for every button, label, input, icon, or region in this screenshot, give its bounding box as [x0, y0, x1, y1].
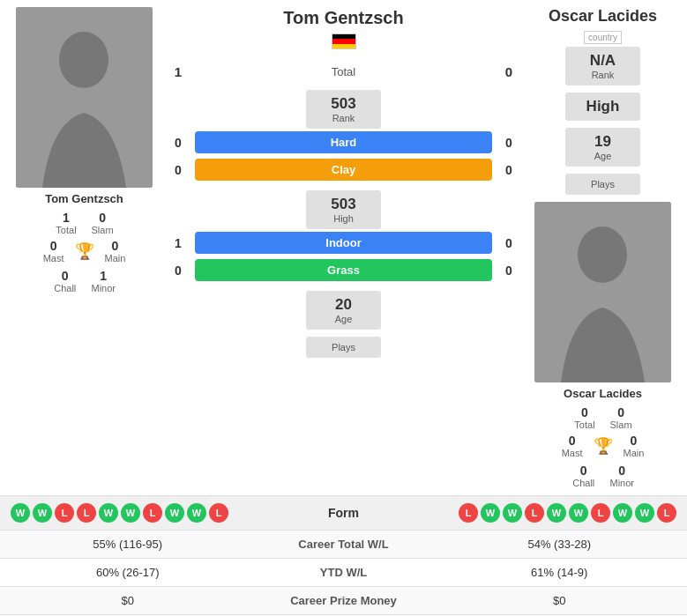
career-total-right: 54% (33-28): [432, 538, 688, 551]
clay-compare-row: 0 Clay 0: [168, 159, 519, 181]
clay-right-score: 0: [499, 163, 519, 177]
left-slam-value: 0: [92, 211, 114, 225]
right-slam-label: Slam: [610, 419, 632, 430]
center-col: Tom Gentzsch 1 Total 0 503 Rank 0 Hard 0: [168, 7, 519, 488]
center-high-label: High: [318, 213, 369, 224]
form-badge-w: W: [165, 503, 184, 523]
left-player-col: Tom Gentzsch 1 Total 0 Slam 0 Mast 🏆: [7, 7, 161, 488]
career-prize-left: $0: [0, 594, 256, 607]
grass-compare-row: 0 Grass 0: [168, 259, 519, 281]
grass-left-score: 0: [168, 263, 188, 278]
ytd-wl-label: YTD W/L: [256, 566, 432, 579]
form-section: WWLLWWLWWL Form LWWLWWLWWL: [0, 495, 687, 530]
right-minor-stat: 0 Minor: [610, 464, 635, 488]
right-rank-label: Rank: [578, 70, 628, 80]
form-badge-w: W: [503, 503, 522, 523]
right-minor-value: 0: [610, 464, 635, 478]
total-compare-row: 1 Total 0: [168, 64, 519, 79]
svg-point-1: [59, 32, 108, 88]
left-main-value: 0: [105, 239, 126, 253]
right-info-col: N/A Rank High 19 Age Plays: [565, 47, 640, 195]
center-rank-label: Rank: [318, 113, 369, 123]
left-main-label: Main: [105, 253, 126, 263]
right-plays-box: Plays: [565, 174, 640, 195]
left-chall-value: 0: [53, 269, 78, 283]
center-rank-value: 503: [318, 95, 369, 113]
form-badge-l: L: [591, 503, 610, 523]
right-trophy-icon: 🏆: [594, 436, 613, 456]
center-name-text: Tom Gentzsch: [283, 8, 403, 27]
main-container: Tom Gentzsch 1 Total 0 Slam 0 Mast 🏆: [0, 0, 687, 616]
svg-point-3: [578, 226, 627, 283]
right-mast-label: Mast: [562, 448, 583, 458]
right-form-badges: LWWLWWLWWL: [459, 503, 676, 523]
indoor-compare-row: 1 Indoor 0: [168, 232, 519, 254]
left-player-name: Tom Gentzsch: [45, 192, 123, 205]
center-high-value: 503: [318, 196, 369, 213]
left-chall-label: Chall: [53, 283, 78, 293]
left-slam-stat: 0 Slam: [92, 211, 114, 235]
form-badge-w: W: [481, 503, 500, 523]
right-high-box: High: [565, 93, 640, 121]
right-name-text: Oscar Lacides: [549, 7, 657, 25]
form-badge-l: L: [77, 503, 96, 523]
left-minor-label: Minor: [92, 283, 116, 293]
form-badge-w: W: [99, 503, 118, 523]
career-total-label: Career Total W/L: [256, 538, 432, 551]
center-age-value: 20: [318, 296, 369, 314]
right-main-stat: 0 Main: [624, 434, 645, 458]
center-rank-box: 503 Rank: [306, 90, 381, 129]
right-age-label: Age: [578, 151, 628, 161]
stats-table: 55% (116-95) Career Total W/L 54% (33-28…: [0, 530, 687, 616]
trophy-icon: 🏆: [75, 241, 94, 261]
right-plays-label: Plays: [578, 179, 628, 189]
right-rank-value: N/A: [578, 52, 628, 70]
form-badge-l: L: [209, 503, 228, 523]
left-mast-value: 0: [43, 239, 64, 253]
left-chall-row: 0 Chall 1 Minor: [53, 269, 116, 293]
right-slam-value: 0: [610, 405, 632, 419]
left-minor-value: 1: [92, 269, 116, 283]
right-chall-stat: 0 Chall: [571, 464, 596, 488]
left-mast-label: Mast: [43, 253, 64, 263]
form-badge-w: W: [121, 503, 140, 523]
left-form-badges: WWLLWWLWWL: [11, 503, 228, 523]
ytd-wl-row: 60% (26-17) YTD W/L 61% (14-9): [0, 558, 687, 586]
right-total-stat: 0 Total: [573, 405, 595, 430]
right-total-label: Total: [573, 419, 595, 430]
form-badge-w: W: [187, 503, 206, 523]
form-badge-l: L: [657, 503, 676, 523]
right-mast-stat: 0 Mast: [562, 434, 583, 458]
center-age-box: 20 Age: [306, 291, 381, 330]
right-age-box: 19 Age: [565, 128, 640, 167]
indoor-surface-btn: Indoor: [195, 232, 492, 254]
center-age-label: Age: [318, 314, 369, 324]
form-badge-l: L: [459, 503, 478, 523]
career-total-left: 55% (116-95): [0, 538, 256, 551]
right-chall-row: 0 Chall 0 Minor: [571, 464, 634, 488]
right-chall-label: Chall: [571, 478, 596, 488]
right-player-col: Oscar Lacides country N/A Rank High 19 A…: [526, 7, 680, 488]
form-badge-l: L: [525, 503, 544, 523]
form-badge-l: L: [55, 503, 74, 523]
right-total-value: 0: [573, 405, 595, 419]
left-minor-stat: 1 Minor: [92, 269, 116, 293]
right-rank-box: N/A Rank: [565, 47, 640, 85]
right-player-name: Oscar Lacides: [564, 387, 642, 400]
career-total-row: 55% (116-95) Career Total W/L 54% (33-28…: [0, 530, 687, 558]
left-main-stat: 0 Main: [105, 239, 126, 263]
form-badge-w: W: [11, 503, 30, 523]
ytd-wl-left: 60% (26-17): [0, 566, 256, 579]
right-high-value: High: [578, 98, 628, 115]
right-mast-row: 0 Mast 🏆 0 Main: [562, 434, 645, 458]
form-label: Form: [328, 506, 359, 520]
total-left-score: 1: [168, 64, 188, 79]
left-total-stat: 1 Total: [55, 211, 77, 235]
right-age-value: 19: [578, 133, 628, 151]
ytd-wl-right: 61% (14-9): [432, 566, 688, 579]
left-chall-stat: 0 Chall: [53, 269, 78, 293]
flag-container: [332, 30, 356, 56]
left-total-label: Total: [55, 225, 77, 235]
right-main-label: Main: [624, 448, 645, 458]
form-badge-w: W: [33, 503, 52, 523]
